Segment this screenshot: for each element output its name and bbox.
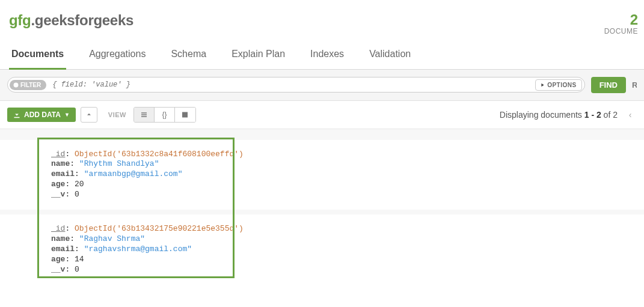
filter-input[interactable]	[46, 81, 535, 89]
documents-toolbar: ADD DATA ▼ VIEW {} Displaying documents …	[0, 101, 644, 129]
view-table-button[interactable]	[175, 108, 195, 122]
info-icon	[13, 82, 19, 88]
view-json-button[interactable]: {}	[155, 108, 175, 122]
doc-count-label: DOCUME	[604, 28, 638, 35]
filter-wrapper: FILTER OPTIONS	[7, 77, 585, 93]
view-list-button[interactable]	[134, 108, 155, 122]
view-label: VIEW	[108, 111, 126, 118]
svg-point-0	[14, 82, 19, 87]
documents-area: _id: ObjectId('63b1332c8a41f608100eeffd'…	[0, 129, 644, 285]
prev-page-button[interactable]: ‹	[624, 108, 637, 121]
import-file-button[interactable]	[81, 107, 97, 123]
tab-aggregations[interactable]: Aggregations	[87, 43, 148, 70]
add-data-button[interactable]: ADD DATA ▼	[7, 108, 76, 122]
tab-schema[interactable]: Schema	[168, 43, 209, 70]
pager: Displaying documents 1 - 2 of 2 ‹	[500, 108, 637, 121]
options-button[interactable]: OPTIONS	[535, 79, 582, 91]
list-icon	[140, 111, 148, 118]
filter-chip[interactable]: FILTER	[10, 80, 46, 90]
db-name: gfg	[9, 12, 31, 28]
table-icon	[181, 111, 189, 118]
tab-documents[interactable]: Documents	[9, 43, 66, 70]
collection-name: geeksforgeeks	[35, 12, 133, 28]
document-row[interactable]: _id: ObjectId('63b1332c8a41f608100eeffd'…	[0, 140, 644, 210]
filter-chip-label: FILTER	[20, 82, 41, 88]
tab-validation[interactable]: Validation	[367, 43, 413, 70]
document-count: 2 DOCUME	[604, 12, 638, 36]
view-switch: {}	[133, 107, 196, 123]
caret-down-icon: ▼	[64, 112, 70, 118]
query-bar: FILTER OPTIONS FIND R	[0, 70, 644, 101]
caret-right-icon	[541, 83, 545, 87]
doc-count-number: 2	[604, 12, 638, 28]
add-data-label: ADD DATA	[24, 111, 61, 119]
tab-indexes[interactable]: Indexes	[308, 43, 346, 70]
document-row[interactable]: _id: ObjectId('63b13432175e90221e5e355d'…	[0, 214, 644, 284]
find-button[interactable]: FIND	[591, 77, 626, 93]
namespace-breadcrumb: gfg.geeksforgeeks	[9, 12, 133, 29]
options-label: OPTIONS	[547, 82, 577, 88]
download-icon	[13, 111, 20, 118]
tab-explain-plan[interactable]: Explain Plan	[229, 43, 287, 70]
pager-text: Displaying documents 1 - 2 of 2	[500, 110, 618, 120]
upload-icon	[85, 111, 93, 118]
reset-button-stub[interactable]: R	[632, 81, 637, 90]
collection-tabs: Documents Aggregations Schema Explain Pl…	[0, 42, 644, 70]
